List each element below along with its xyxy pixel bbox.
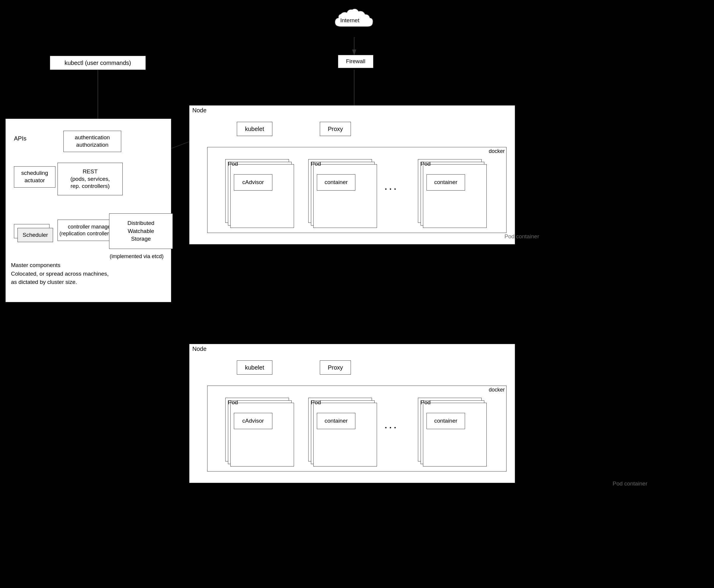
node1-cadvisor: cAdvisor xyxy=(234,174,272,191)
node2-pod2: Pod container xyxy=(308,398,372,461)
etcd-label: (implemented via etcd) xyxy=(110,253,164,259)
node2-cadvisor: cAdvisor xyxy=(234,413,272,429)
node2-kubelet: kubelet xyxy=(237,360,272,375)
node2-dots: · · · xyxy=(385,423,396,433)
auth-box: authentication authorization xyxy=(63,131,121,152)
node1-kubelet: kubelet xyxy=(237,122,272,136)
node1-proxy: Proxy xyxy=(320,122,351,136)
node2-proxy: Proxy xyxy=(320,360,351,375)
node2-container2: container xyxy=(426,413,465,429)
node1-pod3: Pod container xyxy=(418,159,482,223)
scheduling-actuator-box: scheduling actuator xyxy=(14,166,56,188)
node2-docker-label: docker xyxy=(489,387,505,393)
firewall-box: Firewall xyxy=(338,55,374,68)
node1-pod3-label: Pod xyxy=(421,161,484,167)
node1-pod2: Pod container xyxy=(308,159,372,223)
node2-docker: docker Pod cAdvisor Pod container · · · … xyxy=(207,385,506,471)
node2-container1: container xyxy=(317,413,355,429)
pod-container-annotation-2: Pod container xyxy=(613,480,647,487)
apis-label: APIs xyxy=(14,135,26,142)
scheduler-box-2: Scheduler xyxy=(18,228,53,242)
node1-pod1-label: Pod xyxy=(228,161,291,167)
node1-pod2-label: Pod xyxy=(311,161,374,167)
distributed-storage-box: Distributed Watchable Storage xyxy=(109,213,173,249)
node1-label: Node xyxy=(192,107,207,114)
node2-pod1-label: Pod xyxy=(228,399,291,406)
node2-container: Node kubelet Proxy docker Pod cAdvisor P… xyxy=(189,344,515,483)
node1-container2: container xyxy=(426,174,465,191)
node2-pod1: Pod cAdvisor xyxy=(225,398,289,461)
master-components-label: Master components Colocated, or spread a… xyxy=(11,261,109,287)
node1-docker: docker Pod cAdvisor Pod container · · · … xyxy=(207,147,506,233)
node2-pod2-label: Pod xyxy=(311,399,374,406)
node2-label: Node xyxy=(192,345,207,352)
node1-container1: container xyxy=(317,174,355,191)
rest-box: REST (pods, services, rep. controllers) xyxy=(58,163,123,195)
node1-pod1: Pod cAdvisor xyxy=(225,159,289,223)
node2-pod3-label: Pod xyxy=(421,399,484,406)
internet-label: Internet xyxy=(340,17,359,24)
pod-container-annotation-1: Pod container xyxy=(504,233,539,240)
node1-dots: · · · xyxy=(385,184,396,194)
diagram-area: Internet Firewall kubectl (user commands… xyxy=(0,0,714,588)
master-box: APIs authentication authorization REST (… xyxy=(5,119,171,302)
node1-docker-label: docker xyxy=(489,148,505,154)
node1-container: Node kubelet Proxy docker Pod cAdvisor P… xyxy=(189,105,515,245)
node2-pod3: Pod container xyxy=(418,398,482,461)
kubectl-box: kubectl (user commands) xyxy=(50,56,146,70)
